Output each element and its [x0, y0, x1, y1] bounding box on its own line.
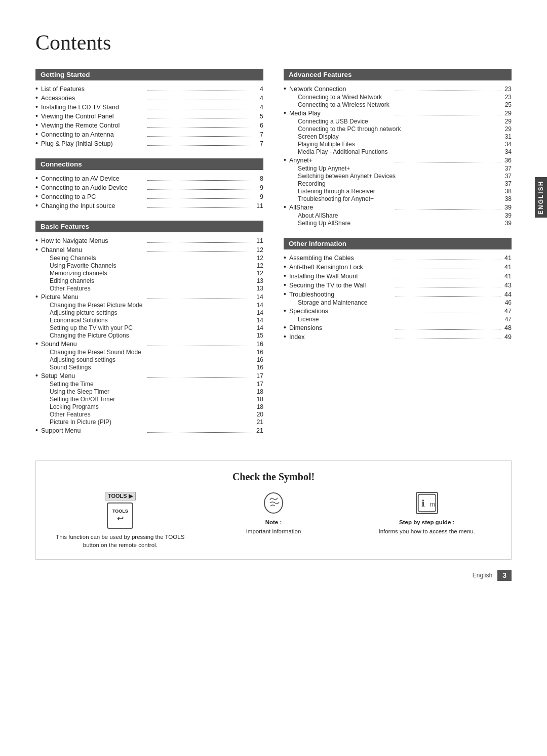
- toc-sub-page: 39: [499, 220, 512, 227]
- toc-dots: [147, 145, 252, 146]
- svg-point-0: [264, 493, 283, 513]
- toc-sub-label: Changing the Preset Sound Mode: [50, 349, 251, 356]
- toc-dots: [147, 346, 252, 346]
- toc-section-basic-features: Basic FeaturesHow to Navigate Menus11Cha…: [35, 221, 263, 434]
- toc-sub-label: Seeing Channels: [50, 255, 251, 262]
- toc-sub-page: 13: [251, 285, 263, 292]
- toc-page: 36: [502, 157, 512, 164]
- toc-label: How to Navigate Menus: [41, 237, 146, 244]
- toc-sub-item: Other Features13: [35, 285, 263, 292]
- toc-sub-item: Using Favorite Channels12: [35, 262, 263, 269]
- toc-sub-page: 34: [499, 148, 512, 155]
- toc-sub-label: Connecting to a Wired Network: [298, 94, 499, 101]
- symbol-section: Check the Symbol! TOOLS ▶ TOOLS ↩ This f…: [35, 460, 512, 560]
- toc-sub-label: Switching between Anynet+ Devices: [298, 173, 499, 180]
- toc-sub-page: 12: [251, 270, 263, 277]
- toc-item: Picture Menu14: [35, 292, 263, 301]
- toc-page: 4: [254, 95, 263, 102]
- toc-sub-page: 25: [499, 101, 512, 108]
- toc-list-other-information: Assembling the Cables41Anti-theft Kensin…: [284, 254, 512, 341]
- toc-section-connections: ConnectionsConnecting to an AV Device8Co…: [35, 158, 263, 209]
- toc-item: Support Menu21: [35, 426, 263, 434]
- toc-dots: [396, 339, 500, 339]
- toc-sub-item: Editing channels13: [35, 277, 263, 284]
- toc-sub-item: Picture In Picture (PIP)21: [35, 418, 263, 426]
- toc-sub-page: 34: [499, 141, 512, 148]
- toc-sub-page: 29: [499, 118, 512, 125]
- toc-sub-page: 20: [251, 411, 263, 418]
- toc-page: 41: [502, 264, 512, 271]
- toc-dots: [147, 251, 252, 252]
- toc-label: Installing the Wall Mount: [289, 273, 394, 280]
- toc-page: 41: [502, 255, 512, 262]
- toc-label: Index: [289, 333, 394, 341]
- toc-page: 47: [502, 308, 512, 315]
- toc-sub-label: Recording: [298, 180, 499, 187]
- toc-page: 49: [502, 333, 512, 341]
- toc-sub-label: About AllShare: [298, 212, 499, 219]
- toc-page: 39: [502, 204, 512, 211]
- toc-page: 9: [254, 193, 263, 200]
- toc-dots: [147, 91, 252, 91]
- toc-list-getting-started: List of Features4Accessories4Installing …: [35, 85, 263, 147]
- toc-sub-label: Screen Display: [298, 133, 499, 140]
- toc-label: Picture Menu: [41, 293, 146, 301]
- svg-text:ℹ: ℹ: [421, 498, 425, 509]
- tools-desc: This function can be used by pressing th…: [51, 533, 189, 549]
- toc-sub-item: Connecting a USB Device29: [284, 118, 512, 125]
- toc-sub-page: 31: [499, 133, 512, 140]
- tools-badge: TOOLS ▶: [105, 492, 136, 500]
- toc-sub-page: 17: [251, 381, 263, 388]
- guide-desc: Step by step guide :Informs you how to a…: [378, 518, 475, 535]
- toc-sub-label: Media Play - Additional Functions: [298, 148, 499, 155]
- toc-label: Plug & Play (Initial Setup): [41, 140, 146, 147]
- toc-sub-page: 18: [251, 388, 263, 395]
- toc-page: 11: [254, 237, 263, 244]
- toc-sub-page: 14: [251, 317, 263, 324]
- toc-sub-item: Connecting to a Wireless Network25: [284, 101, 512, 108]
- toc-page: 44: [502, 291, 512, 298]
- toc-dots: [147, 242, 252, 243]
- toc-section-advanced-features: Advanced FeaturesNetwork Connection23Con…: [284, 69, 512, 227]
- guide-icon: ℹ m: [416, 492, 438, 514]
- toc-dots: [147, 377, 252, 378]
- toc-sub-item: About AllShare39: [284, 212, 512, 219]
- toc-sub-item: Other Features20: [35, 411, 263, 418]
- toc-sub-label: Picture In Picture (PIP): [50, 418, 251, 426]
- toc-sub-item: Listening through a Receiver38: [284, 188, 512, 195]
- toc-label: Sound Menu: [41, 341, 146, 348]
- toc-dots: [147, 100, 252, 100]
- toc-dots: [396, 209, 500, 209]
- toc-sub-item: Setting the Time17: [35, 381, 263, 388]
- symbol-icon-note: [262, 492, 285, 514]
- toc-sub-label: Locking Programs: [50, 403, 251, 410]
- toc-sub-label: Economical Solutions: [50, 317, 251, 324]
- right-column: Advanced FeaturesNetwork Connection23Con…: [284, 69, 512, 445]
- toc-label: Connecting to an Antenna: [41, 131, 146, 138]
- toc-dots: [147, 299, 252, 299]
- toc-label: AllShare: [289, 204, 394, 211]
- toc-sub-page: 37: [499, 173, 512, 180]
- footer-lang: English: [473, 572, 492, 579]
- sidebar-english-label: ENGLISH: [535, 177, 547, 218]
- toc-page: 23: [502, 86, 512, 93]
- toc-dots: [396, 278, 500, 278]
- toc-item: Media Play29: [284, 109, 512, 117]
- toc-label: Support Menu: [41, 427, 146, 434]
- toc-item: Installing the Wall Mount41: [284, 272, 512, 280]
- toc-sub-label: Setting the Time: [50, 381, 251, 388]
- toc-sub-label: Changing the Preset Picture Mode: [50, 302, 251, 309]
- symbol-title: Check the Symbol!: [51, 471, 496, 483]
- note-icon: [262, 492, 285, 514]
- toc-page: 9: [254, 184, 263, 191]
- symbol-icon-tools: TOOLS ▶ TOOLS ↩: [105, 492, 136, 529]
- toc-page: 12: [254, 246, 263, 254]
- toc-item: How to Navigate Menus11: [35, 236, 263, 244]
- toc-dots: [396, 115, 500, 115]
- toc-item: Connecting to an Audio Device9: [35, 183, 263, 191]
- toc-label: Connecting to an AV Device: [41, 175, 146, 182]
- toc-label: Troubleshooting: [289, 291, 394, 298]
- toc-label: Anti-theft Kensington Lock: [289, 264, 394, 271]
- toc-item: Sound Menu16: [35, 340, 263, 348]
- toc-item: Viewing the Control Panel5: [35, 112, 263, 120]
